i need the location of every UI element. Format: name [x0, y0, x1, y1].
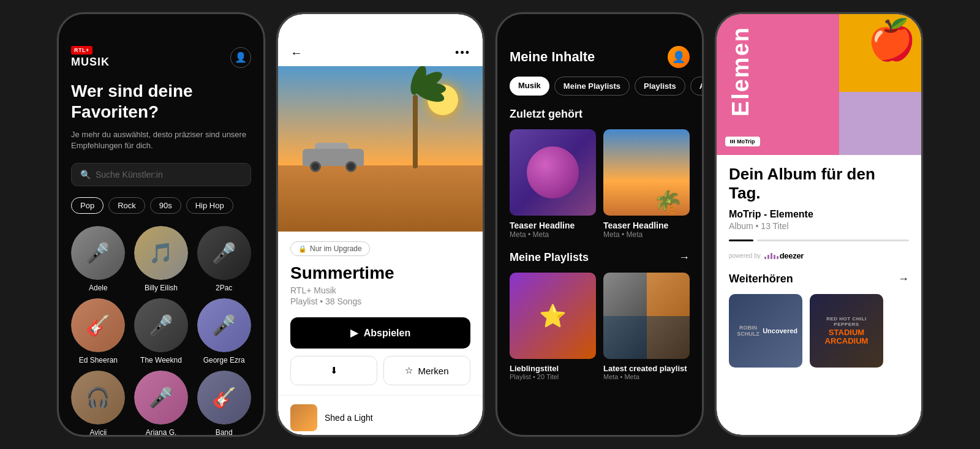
playlist-item-1[interactable]: ⭐ Lieblingstitel Playlist • 20 Titel [510, 273, 596, 380]
day-album-title: Dein Album für den Tag. [729, 165, 909, 203]
tab-playlists[interactable]: Playlists [635, 77, 685, 96]
page-subtext: Je mehr du auswählst, desto präziser sin… [71, 129, 251, 151]
search-placeholder: Suche Künstler:in [96, 170, 163, 179]
playlist-cover-2 [603, 273, 690, 359]
artist-adele[interactable]: Adele [71, 226, 126, 292]
artists-grid: Adele Billy Eilish 2Pac Ed Sheeran [71, 226, 251, 435]
hero-purple-section [839, 92, 921, 156]
robin-schulz-cover: ROBIN SCHULZ Uncovered [729, 294, 802, 368]
page-heading: Wer sind deine Favoriten? [71, 81, 251, 122]
search-icon: 🔍 [80, 170, 91, 179]
recently-item-1[interactable]: Teaser Headline Meta • Meta [510, 129, 596, 239]
next-song-title: Shed a Light [325, 413, 373, 423]
album-meta: Album • 13 Titel [729, 221, 909, 231]
bookmark-button[interactable]: ☆ Merken [383, 356, 470, 385]
meine-inhalte-title: Meine Inhalte [510, 49, 595, 65]
deezer-logo: deezer [764, 251, 804, 260]
teaser-title-1: Teaser Headline [510, 221, 596, 230]
play-icon: ▶ [350, 327, 358, 339]
recently-item-2[interactable]: 🌴 Teaser Headline Meta • Meta [603, 129, 690, 239]
artist-george-ezra[interactable]: George Ezra [197, 298, 251, 364]
phone4-screen: 🍎 Elemen MoTrip Dein Album für den Tag. … [717, 14, 921, 435]
weiterhoren-arrow-icon[interactable]: → [898, 273, 909, 285]
orb-decoration [527, 146, 579, 198]
weiterhoren-title: Weiterhören [729, 273, 793, 285]
playlist-cover-1: ⭐ [510, 273, 596, 359]
next-song-item[interactable]: Shed a Light [278, 395, 483, 435]
artist-band[interactable]: Band [197, 371, 251, 435]
p1-content: Wer sind deine Favoriten? Je mehr du aus… [59, 75, 263, 435]
recently-cover-1 [510, 129, 596, 216]
phone-4: 🍎 Elemen MoTrip Dein Album für den Tag. … [715, 12, 923, 437]
playlist-item-2[interactable]: Latest created playlist Meta • Meta [603, 273, 690, 380]
teaser-meta-1: Meta • Meta [510, 230, 596, 239]
playlist-title: Summertime [290, 263, 470, 283]
phone3-screen: Meine Inhalte 👤 Musik Meine Playlists Pl… [497, 14, 702, 435]
musik-title: MUSIK [71, 56, 110, 69]
motrip-badge: MoTrip [725, 137, 760, 146]
playlist-source: RTL+ Musik [290, 285, 470, 295]
back-icon[interactable]: ← [290, 46, 303, 60]
playlist-meta: Playlist • 38 Songs [290, 296, 470, 306]
palm-decoration [397, 83, 434, 168]
artist-the-weeknd[interactable]: The Weeknd [134, 298, 189, 364]
playlist-meta-1: Playlist • 20 Titel [510, 373, 596, 380]
recently-heard-title: Zuletzt gehört [497, 108, 702, 121]
weiterhoren-section: Weiterhören → [729, 273, 909, 285]
upgrade-badge: 🔒 Nur im Upgrade [290, 241, 370, 256]
active-indicator [729, 240, 753, 241]
palm-icon: 🌴 [653, 191, 684, 216]
rhcp-cover: RED HOT CHILI PEPPERS STADIUMARCADIUM [810, 294, 883, 368]
hero-album-text: Elemen [729, 26, 752, 116]
weiterhoren-albums: ROBIN SCHULZ Uncovered RED HOT CHILI PEP… [729, 294, 909, 368]
playlists-header: Meine Playlists → [497, 251, 702, 264]
teaser-title-2: Teaser Headline [603, 221, 690, 230]
playlist-title-2: Latest created playlist [603, 364, 690, 373]
tag-hiphop[interactable]: Hip Hop [186, 197, 233, 214]
p3-header: Meine Inhalte 👤 [497, 14, 702, 77]
artist-avicii[interactable]: Avicii [71, 371, 126, 435]
artist-ariana[interactable]: Ariana G. [134, 371, 189, 435]
car-decoration [303, 148, 364, 172]
inactive-indicator [757, 240, 909, 241]
artist-2pac[interactable]: 2Pac [197, 226, 251, 292]
album-robin-schulz[interactable]: ROBIN SCHULZ Uncovered [729, 294, 802, 368]
download-button[interactable]: ⬇ [290, 356, 377, 385]
tab-musik[interactable]: Musik [510, 77, 549, 96]
deezer-text: deezer [780, 251, 804, 260]
album-rhcp[interactable]: RED HOT CHILI PEPPERS STADIUMARCADIUM [810, 294, 883, 368]
lock-icon: 🔒 [298, 245, 307, 253]
cover-image [278, 66, 483, 232]
rtl-badge: RTL+ [71, 46, 92, 55]
deezer-bars-icon [764, 253, 778, 259]
more-options-icon[interactable]: ••• [455, 47, 470, 59]
teaser-meta-2: Meta • Meta [603, 230, 690, 239]
powered-by-text: powered by [729, 252, 761, 259]
hero-image: 🍎 Elemen MoTrip [717, 14, 921, 155]
p2-content: 🔒 Nur im Upgrade Summertime RTL+ Musik P… [278, 232, 483, 395]
progress-indicators [729, 240, 909, 241]
tag-90s[interactable]: 90s [150, 197, 181, 214]
tab-albe[interactable]: Albe [690, 77, 702, 96]
user-avatar-icon[interactable]: 👤 [230, 47, 251, 68]
action-row: ⬇ ☆ Merken [290, 356, 470, 385]
download-icon: ⬇ [330, 365, 338, 376]
phone-2: ← ••• [276, 12, 484, 437]
phone-3: Meine Inhalte 👤 Musik Meine Playlists Pl… [496, 12, 704, 437]
playlist-meta-2: Meta • Meta [603, 373, 690, 380]
p2-topbar: ← ••• [278, 14, 483, 66]
playlists-section-title: Meine Playlists [510, 251, 589, 264]
tab-meine-playlists[interactable]: Meine Playlists [554, 77, 630, 96]
p4-content: Dein Album für den Tag. MoTrip - Element… [717, 155, 921, 377]
artist-billie-eilish[interactable]: Billy Eilish [134, 226, 189, 292]
artist-ed-sheeran[interactable]: Ed Sheeran [71, 298, 126, 364]
play-button[interactable]: ▶ Abspielen [290, 317, 470, 349]
playlists-arrow-icon[interactable]: → [679, 251, 690, 264]
recently-cover-2: 🌴 [603, 129, 690, 216]
user-avatar[interactable]: 👤 [668, 46, 690, 68]
tag-pop[interactable]: Pop [71, 197, 104, 214]
recently-heard-grid: Teaser Headline Meta • Meta 🌴 Teaser Hea… [497, 129, 702, 239]
artist-search[interactable]: 🔍 Suche Künstler:in [71, 163, 251, 186]
tag-rock[interactable]: Rock [108, 197, 145, 214]
p1-header: RTL+ MUSIK 👤 [59, 14, 263, 75]
